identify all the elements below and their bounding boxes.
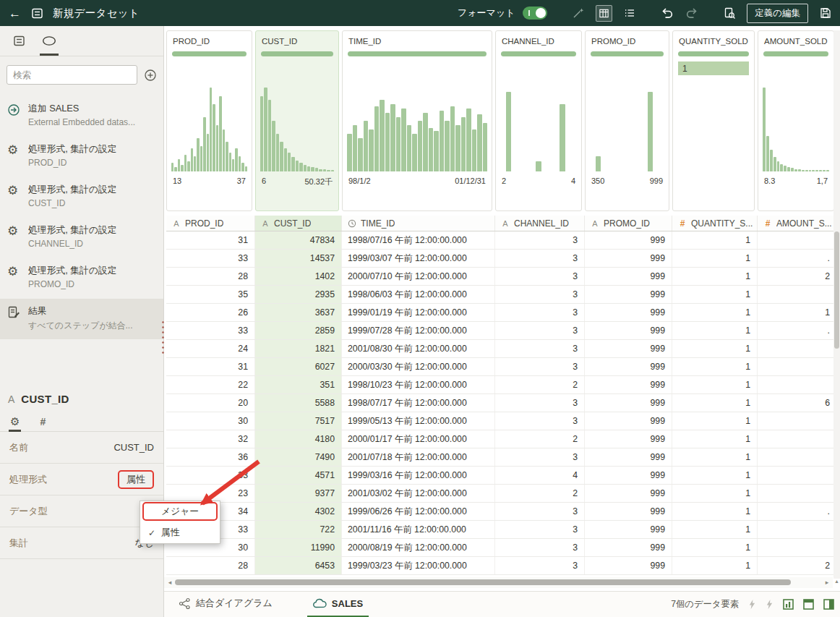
table-cell[interactable]: 1999/03/16 午前 12:00:00.000 [342,467,495,484]
table-cell[interactable]: 1 [672,358,758,375]
table-cell[interactable]: 2001/07/18 午前 12:00:00.000 [342,448,495,466]
table-cell[interactable] [758,430,837,448]
table-cell[interactable]: 32 [166,430,255,448]
table-cell[interactable]: 6027 [255,358,342,375]
table-cell[interactable]: 999 [585,485,672,502]
table-cell[interactable]: 3 [495,412,585,430]
table-cell[interactable]: 3 [495,250,585,267]
table-cell[interactable]: 999 [585,322,672,339]
column-card-quantity_sold[interactable]: QUANTITY_SOLD1 [672,30,755,211]
inspect-icon[interactable] [722,5,737,21]
table-cell[interactable]: 3 [495,231,585,249]
step-item-6[interactable]: 結果すべてのステップが結合... [0,299,163,339]
table-cell[interactable]: 1 [672,412,758,430]
table-cell[interactable]: 1 [672,467,758,484]
edit-definition-button[interactable]: 定義の編集 [747,4,808,23]
table-cell[interactable]: 2001/11/16 午前 12:00:00.000 [342,521,495,538]
magic-wand-icon[interactable] [571,5,586,21]
top-panel-toggle-icon[interactable] [803,599,814,610]
column-header-channel_id[interactable]: ACHANNEL_ID [495,216,585,231]
table-cell[interactable]: 28 [166,268,255,285]
back-button[interactable]: ← [9,7,21,20]
column-card-prod_id[interactable]: PROD_ID1337 [166,30,252,211]
flash-icon-2[interactable] [766,599,773,610]
column-header-quantity_sold[interactable]: #QUANTITY_S... [672,216,758,231]
table-cell[interactable]: 20 [166,394,255,412]
table-cell[interactable]: 2000/08/19 午前 12:00:00.000 [342,539,495,556]
table-cell[interactable]: 9377 [255,485,342,502]
scroll-up-button[interactable]: ▲ [833,579,840,584]
list-view-button[interactable] [622,5,637,21]
table-cell[interactable]: 1 [672,322,758,339]
vertical-scrollbar[interactable] [833,30,840,579]
props-tab-general[interactable]: ⚙ [9,412,21,432]
table-cell[interactable]: 1821 [255,340,342,357]
table-cell[interactable]: 999 [585,412,672,430]
table-cell[interactable]: 1 [672,394,758,412]
table-cell[interactable]: 1 [672,521,758,538]
table-cell[interactable]: 1 [672,231,758,249]
table-cell[interactable]: 1998/10/23 午前 12:00:00.000 [342,376,495,393]
scroll-left-arrow[interactable]: ◂ [166,579,174,586]
table-cell[interactable]: 1 [672,430,758,448]
table-cell[interactable]: 3 [495,358,585,375]
table-cell[interactable]: 3 [495,268,585,285]
table-cell[interactable] [758,376,837,393]
redo-button[interactable] [685,5,699,21]
table-cell[interactable]: 999 [585,557,672,574]
table-cell[interactable]: 1998/07/17 午前 12:00:00.000 [342,394,495,412]
search-input[interactable] [7,65,137,85]
grid-view-button[interactable] [596,5,612,22]
table-cell[interactable]: . [758,250,837,267]
table-cell[interactable]: 5588 [255,394,342,412]
column-card-amount_sold[interactable]: AMOUNT_SOLD8.31,7 [758,30,834,211]
table-cell[interactable]: 3 [495,539,585,556]
table-cell[interactable]: 35 [166,286,255,303]
table-cell[interactable]: . [758,322,837,339]
table-cell[interactable] [758,539,837,556]
table-cell[interactable]: 2000/01/17 午前 12:00:00.000 [342,430,495,448]
treat-as-dropdown[interactable]: 属性 [118,470,154,489]
step-item-4[interactable]: ⚙処理形式, 集計の設定CHANNEL_ID [0,218,163,258]
column-header-prod_id[interactable]: APROD_ID [166,216,255,231]
save-icon[interactable] [818,5,833,21]
table-cell[interactable]: 999 [585,467,672,484]
table-cell[interactable]: 1 [672,268,758,285]
table-cell[interactable]: 31 [166,358,255,375]
column-header-time_id[interactable]: TIME_ID [342,216,495,231]
table-cell[interactable]: 999 [585,394,672,412]
table-cell[interactable]: 22 [166,376,255,393]
table-cell[interactable]: 33 [166,467,255,484]
table-cell[interactable]: 1998/07/16 午前 12:00:00.000 [342,231,495,249]
table-cell[interactable] [758,467,837,484]
table-cell[interactable] [758,340,837,357]
table-cell[interactable]: 6453 [255,557,342,574]
table-cell[interactable]: 2000/03/30 午前 12:00:00.000 [342,358,495,375]
step-item-2[interactable]: ⚙処理形式, 集計の設定PROD_ID [0,137,163,177]
table-cell[interactable]: 2 [758,268,837,285]
table-cell[interactable]: 1 [672,286,758,303]
table-cell[interactable]: 1 [672,340,758,357]
table-cell[interactable]: 1402 [255,268,342,285]
table-cell[interactable]: 1998/06/03 午前 12:00:00.000 [342,286,495,303]
table-cell[interactable] [758,231,837,249]
data-tab-icon[interactable] [9,26,29,56]
props-tab-number[interactable]: # [38,412,47,432]
table-cell[interactable]: 1 [672,376,758,393]
table-cell[interactable]: . [758,503,837,520]
table-cell[interactable]: 3 [495,304,585,321]
table-cell[interactable]: 1 [672,448,758,466]
table-cell[interactable]: 7490 [255,448,342,466]
table-cell[interactable]: 999 [585,539,672,556]
table-cell[interactable]: 26 [166,304,255,321]
panel-resize-handle[interactable] [161,320,165,354]
table-cell[interactable]: 2935 [255,286,342,303]
table-cell[interactable]: 999 [585,430,672,448]
horizontal-scroll-thumb[interactable] [175,579,791,585]
table-cell[interactable]: 1 [672,304,758,321]
table-cell[interactable]: 999 [585,521,672,538]
table-cell[interactable]: 24 [166,340,255,357]
table-cell[interactable]: 2 [495,485,585,502]
table-cell[interactable]: 999 [585,503,672,520]
table-cell[interactable]: 30 [166,412,255,430]
